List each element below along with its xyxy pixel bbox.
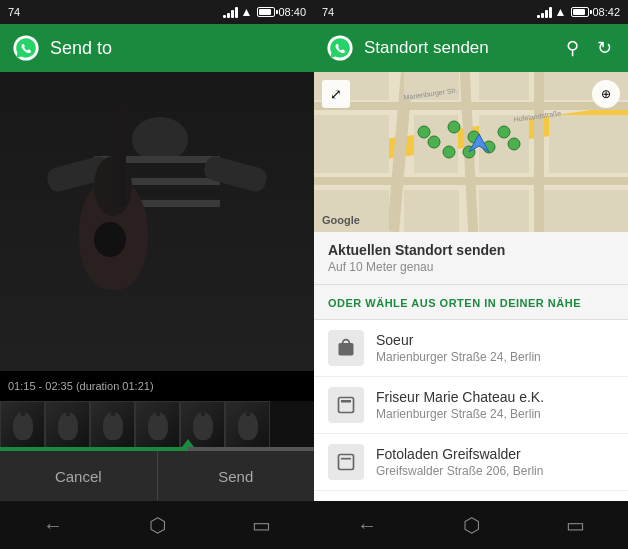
right-recents-nav-icon[interactable]: ▭ [550,505,601,545]
place-icon-1 [328,387,364,423]
svg-rect-35 [339,455,354,470]
recents-nav-icon[interactable]: ▭ [236,505,287,545]
svg-rect-36 [341,458,351,460]
place-name-2: Fotoladen Greifswalder [376,446,614,462]
current-location-subtitle: Auf 10 Meter genau [328,260,614,274]
place-item-1[interactable]: Friseur Marie Chateau e.K. Marienburger … [314,377,628,434]
svg-point-21 [428,136,440,148]
svg-point-26 [443,146,455,158]
right-wifi-icon: ▲ [555,5,567,19]
place-item-3[interactable]: Aromas Café Marienburger Straße 26, Berl… [314,491,628,501]
right-signal-icon [537,6,552,18]
right-status-bar: 74 ▲ 08:42 [314,0,628,24]
thumb-3 [90,401,135,451]
svg-point-28 [508,138,520,150]
svg-rect-13 [314,115,389,173]
svg-rect-20 [544,190,628,232]
send-button[interactable]: Send [158,451,315,501]
thumb-2 [45,401,90,451]
video-area [0,72,314,371]
right-header-title: Standort senden [364,38,552,58]
map-compass-button[interactable]: ⊕ [592,80,620,108]
left-status-bar: 74 ▲ 08:40 [0,0,314,24]
timeline-arrow[interactable] [182,439,194,447]
right-home-nav-icon[interactable]: ⬡ [447,505,496,545]
current-location-section[interactable]: Aktuellen Standort senden Auf 10 Meter g… [314,232,628,285]
thumb-6 [225,401,270,451]
left-header: Send to [0,24,314,72]
left-panel: 74 ▲ 08:40 Send to [0,0,314,549]
place-icon-2 [328,444,364,480]
timeline-text: 01:15 - 02:35 (duration 01:21) [8,380,154,392]
thumb-1 [0,401,45,451]
home-nav-icon[interactable]: ⬡ [133,505,182,545]
right-battery-icon [571,7,589,17]
place-item-0[interactable]: Soeur Marienburger Straße 24, Berlin [314,320,628,377]
place-info-0: Soeur Marienburger Straße 24, Berlin [376,332,614,364]
whatsapp-logo-icon [12,34,40,62]
left-time: 08:40 [278,6,306,18]
left-header-title: Send to [50,38,112,59]
map-expand-button[interactable]: ⤢ [322,80,350,108]
timeline-progress [0,447,188,451]
svg-rect-34 [341,400,351,403]
place-info-1: Friseur Marie Chateau e.K. Marienburger … [376,389,614,421]
video-placeholder [0,72,314,371]
place-icon-0 [328,330,364,366]
place-name-1: Friseur Marie Chateau e.K. [376,389,614,405]
right-status-number: 74 [322,6,334,18]
map-svg: Marienburger Str. Hufelandstraße [314,72,628,232]
nearby-label: ODER WÄHLE AUS ORTEN IN DEINER NÄHE [328,297,581,309]
right-status-icons: ▲ 08:42 [537,5,620,19]
svg-rect-33 [339,398,354,413]
back-nav-icon[interactable]: ← [27,506,79,545]
svg-point-22 [448,121,460,133]
left-status-icons: ▲ 08:40 [223,5,306,19]
wifi-icon: ▲ [241,5,253,19]
right-back-nav-icon[interactable]: ← [341,506,393,545]
place-address-1: Marienburger Straße 24, Berlin [376,407,614,421]
google-logo: Google [322,214,360,226]
place-info-2: Fotoladen Greifswalder Greifswalder Stra… [376,446,614,478]
left-status-number: 74 [8,6,20,18]
cancel-button[interactable]: Cancel [0,451,158,501]
battery-icon [257,7,275,17]
svg-rect-18 [404,190,459,232]
svg-rect-16 [549,115,628,173]
timeline-handle[interactable] [0,447,314,451]
signal-icon [223,6,238,18]
right-whatsapp-logo-icon [326,34,354,62]
right-panel: 74 ▲ 08:42 Standort senden ⚲ ↻ [314,0,628,549]
place-address-2: Greifswalder Straße 206, Berlin [376,464,614,478]
left-nav-bar: ← ⬡ ▭ [0,501,314,549]
place-name-0: Soeur [376,332,614,348]
right-nav-bar: ← ⬡ ▭ [314,501,628,549]
place-address-0: Marienburger Straße 24, Berlin [376,350,614,364]
current-location-title: Aktuellen Standort senden [328,242,614,258]
place-item-2[interactable]: Fotoladen Greifswalder Greifswalder Stra… [314,434,628,491]
svg-rect-19 [479,190,529,232]
svg-point-29 [418,126,430,138]
svg-rect-8 [314,177,628,185]
thumbnail-strip[interactable] [0,401,314,451]
svg-rect-11 [479,72,529,100]
right-time: 08:42 [592,6,620,18]
svg-rect-7 [314,102,628,110]
search-icon[interactable]: ⚲ [562,33,583,63]
svg-rect-6 [534,72,544,232]
map-area[interactable]: Marienburger Str. Hufelandstraße ⤢ ⊕ Goo… [314,72,628,232]
svg-point-27 [498,126,510,138]
thumb-4 [135,401,180,451]
right-header: Standort senden ⚲ ↻ [314,24,628,72]
nearby-section-header: ODER WÄHLE AUS ORTEN IN DEINER NÄHE [314,285,628,320]
refresh-icon[interactable]: ↻ [593,33,616,63]
video-timeline-bar: 01:15 - 02:35 (duration 01:21) [0,371,314,401]
left-bottom-bar: Cancel Send [0,451,314,501]
places-list: Soeur Marienburger Straße 24, Berlin Fri… [314,320,628,501]
